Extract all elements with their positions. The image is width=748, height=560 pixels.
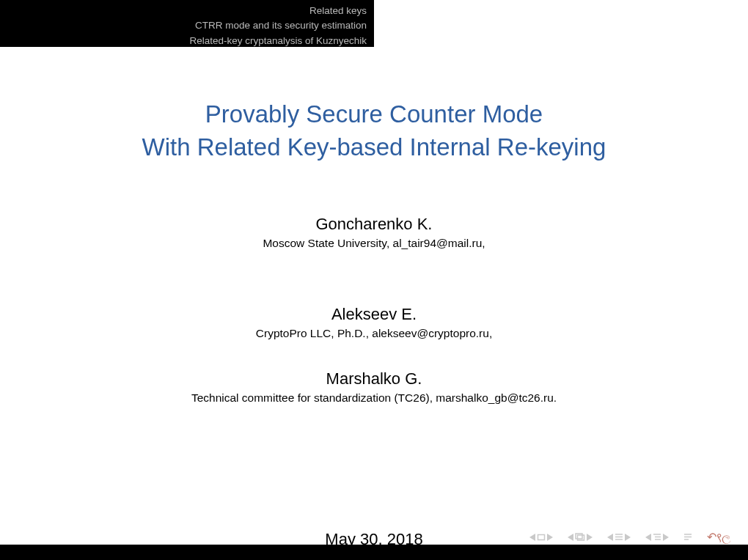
- nav-prev-frame-icon[interactable]: [568, 534, 573, 541]
- nav-back-icon[interactable]: ↶​९​ල: [707, 530, 730, 544]
- nav-slide-icon[interactable]: [537, 534, 546, 541]
- svg-marker-7: [607, 534, 613, 541]
- header-spacer: [374, 0, 748, 47]
- nav-next-section-icon[interactable]: [625, 534, 631, 541]
- nav-subsection-icon[interactable]: [653, 533, 661, 541]
- svg-marker-16: [663, 534, 669, 541]
- nav-appendix-icon[interactable]: [683, 533, 692, 541]
- nav-slide-group: [529, 534, 553, 541]
- nav-controls: ↶​९​ල: [529, 530, 730, 544]
- title-line-1: Provably Secure Counter Mode: [0, 98, 748, 131]
- nav-frame-group: [568, 533, 593, 541]
- svg-rect-5: [578, 535, 584, 540]
- nav-next-frame-icon[interactable]: [587, 534, 593, 541]
- nav-section-icon[interactable]: [615, 533, 623, 541]
- nav-section-group: [607, 533, 631, 541]
- nav-frame-icon[interactable]: [575, 533, 585, 541]
- nav-next-subsection-icon[interactable]: [663, 534, 669, 541]
- header-sections: Related keys CTRR mode and its security …: [0, 0, 374, 47]
- svg-marker-2: [547, 534, 553, 541]
- nav-appendix-group: [683, 533, 692, 541]
- nav-prev-section-icon[interactable]: [607, 534, 613, 541]
- author-name: Marshalko G.: [0, 369, 748, 388]
- author-name: Goncharenko K.: [0, 215, 748, 234]
- svg-marker-12: [645, 534, 651, 541]
- header-line-1[interactable]: Related keys: [0, 4, 367, 18]
- header-line-3[interactable]: Related-key cryptanalysis of Kuznyechik: [0, 34, 367, 48]
- svg-rect-4: [576, 534, 582, 539]
- author-name: Alekseev E.: [0, 305, 748, 324]
- author-affil: CryptoPro LLC, Ph.D., alekseev@cryptopro…: [0, 327, 748, 340]
- nav-prev-slide-icon[interactable]: [529, 534, 535, 541]
- svg-marker-11: [625, 534, 631, 541]
- author-affil: Technical committee for standardization …: [0, 391, 748, 405]
- svg-marker-3: [568, 534, 573, 541]
- nav-next-slide-icon[interactable]: [547, 534, 553, 541]
- title-line-2: With Related Key-based Internal Re-keyin…: [0, 131, 748, 164]
- author-block: Goncharenko K. Moscow State University, …: [0, 215, 748, 405]
- footer-bar: [0, 545, 748, 560]
- svg-marker-0: [529, 534, 535, 541]
- svg-rect-1: [538, 534, 545, 539]
- nav-subsection-group: [645, 533, 669, 541]
- author-affil: Moscow State University, al_tair94@mail.…: [0, 237, 748, 250]
- header-line-2[interactable]: CTRR mode and its security estimation: [0, 18, 367, 33]
- slide-title: Provably Secure Counter Mode With Relate…: [0, 98, 748, 163]
- nav-prev-subsection-icon[interactable]: [645, 534, 651, 541]
- svg-marker-6: [587, 534, 593, 541]
- header-bar: Related keys CTRR mode and its security …: [0, 0, 748, 47]
